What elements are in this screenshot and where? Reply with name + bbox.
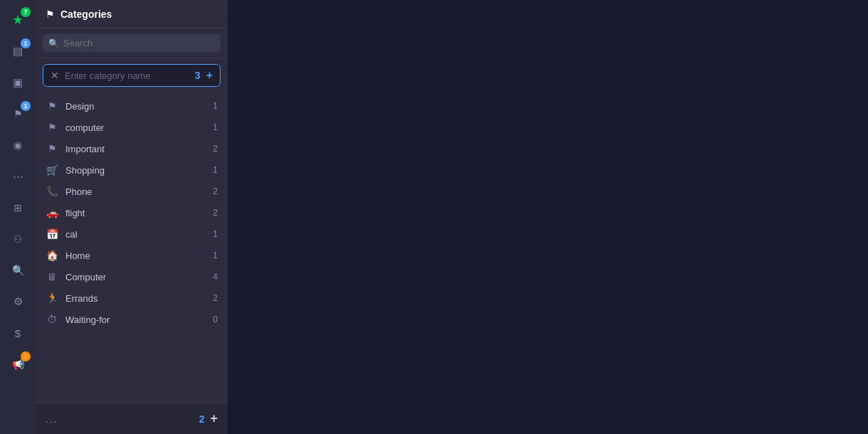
category-name: Shopping: [65, 165, 199, 176]
sidebar-item-flag[interactable]: ⚑ 1: [4, 100, 32, 128]
category-item[interactable]: ⚑ computer 1: [36, 117, 228, 138]
search-icon: 🔍: [12, 265, 24, 276]
category-item[interactable]: ⚑ Important 2: [36, 138, 228, 159]
header-flag-icon: ⚑: [46, 9, 55, 20]
sidebar-item-chat[interactable]: ⋯: [4, 162, 32, 191]
category-name: Computer: [65, 272, 199, 282]
category-count: 2: [206, 186, 218, 196]
category-count: 1: [206, 250, 218, 260]
category-icon: 🚗: [46, 207, 58, 218]
add-count-badge: 3: [195, 70, 201, 81]
flag-badge: 1: [21, 101, 31, 111]
flag-icon: ⚑: [14, 108, 23, 120]
sidebar-item-star[interactable]: ★ 7: [4, 6, 32, 34]
category-icon: 📅: [46, 228, 58, 240]
sidebar-item-briefcase[interactable]: ⊞: [4, 194, 32, 222]
folder-icon: ▣: [13, 76, 23, 89]
panel-header: ⚑ Categories: [36, 0, 228, 28]
category-item[interactable]: 📅 cal 1: [36, 223, 228, 245]
footer-add-button[interactable]: +: [210, 411, 218, 426]
sidebar-item-camera[interactable]: ◉: [4, 131, 32, 159]
sidebar-item-folder[interactable]: ▣: [4, 68, 32, 97]
panel-title: Categories: [60, 9, 112, 20]
category-icon: 📞: [46, 186, 58, 197]
category-count: 0: [206, 314, 218, 324]
category-name: flight: [65, 208, 199, 218]
panel-footer: ... 2 +: [36, 403, 228, 434]
footer-right: 2 +: [199, 411, 218, 426]
briefcase-icon: ⊞: [14, 202, 22, 213]
category-name: Important: [65, 144, 199, 154]
category-item[interactable]: 🏠 Home 1: [36, 245, 228, 266]
add-category-bar: ✕ 3 +: [43, 64, 221, 87]
search-icon-small: 🔍: [48, 38, 59, 48]
footer-count: 2: [199, 413, 205, 425]
inbox-badge: 1: [21, 38, 31, 48]
category-count: 1: [206, 101, 218, 111]
sidebar-item-inbox[interactable]: ▤ 1: [4, 37, 32, 65]
category-item[interactable]: 🖥 Computer 4: [36, 266, 228, 287]
search-bar: 🔍: [36, 28, 228, 58]
sidebar-item-gear[interactable]: ⚙: [4, 287, 32, 316]
category-icon: ⚑: [46, 143, 58, 154]
category-item[interactable]: ⏱ Waiting-for 0: [36, 309, 228, 330]
category-name: computer: [65, 122, 199, 133]
category-name: Home: [65, 250, 199, 261]
footer-dots-button[interactable]: ...: [46, 413, 58, 425]
right-area: [228, 0, 868, 434]
category-icon: 🏠: [46, 250, 58, 261]
add-category-input[interactable]: [65, 70, 189, 81]
dollar-icon: $: [15, 327, 21, 339]
category-item[interactable]: ⚑ Design 1: [36, 95, 228, 117]
category-count: 1: [206, 229, 218, 239]
megaphone-badge: !: [21, 351, 31, 361]
category-count: 4: [206, 272, 218, 282]
category-list: ⚑ Design 1 ⚑ computer 1 ⚑ Important 2 🛒 …: [36, 92, 228, 403]
categories-panel: ⚑ Categories 🔍 ✕ 3 + ⚑ Design 1 ⚑ comput…: [36, 0, 228, 434]
people-icon: ⚇: [14, 233, 23, 245]
sidebar-item-megaphone[interactable]: 📢 !: [4, 350, 32, 379]
category-icon: ⚑: [46, 122, 58, 133]
search-wrapper[interactable]: 🔍: [43, 34, 221, 52]
gear-icon: ⚙: [14, 295, 23, 308]
category-count: 2: [206, 144, 218, 154]
star-badge: 7: [21, 7, 31, 17]
category-name: Errands: [65, 293, 199, 304]
sidebar: ★ 7 ▤ 1 ▣ ⚑ 1 ◉ ⋯ ⊞ ⚇ 🔍 ⚙ $ 📢 !: [0, 0, 36, 434]
category-icon: 🏃: [46, 292, 58, 304]
sidebar-item-search[interactable]: 🔍: [4, 256, 32, 285]
category-item[interactable]: 🏃 Errands 2: [36, 287, 228, 309]
category-count: 1: [206, 122, 218, 132]
chat-icon: ⋯: [13, 170, 23, 183]
camera-icon: ◉: [14, 139, 22, 151]
category-item[interactable]: 🚗 flight 2: [36, 202, 228, 223]
sidebar-item-dollar[interactable]: $: [4, 319, 32, 347]
add-plus-button[interactable]: +: [206, 69, 213, 82]
category-item[interactable]: 🛒 Shopping 1: [36, 159, 228, 181]
category-name: Waiting-for: [65, 314, 199, 325]
category-name: cal: [65, 229, 199, 240]
search-input[interactable]: [63, 38, 215, 48]
category-count: 2: [206, 293, 218, 303]
category-item[interactable]: 📞 Phone 2: [36, 181, 228, 202]
category-name: Phone: [65, 186, 199, 197]
category-icon: 🖥: [46, 271, 58, 282]
category-name: Design: [65, 101, 199, 112]
category-icon: 🛒: [46, 164, 58, 176]
close-button[interactable]: ✕: [51, 70, 59, 80]
category-count: 1: [206, 165, 218, 175]
category-icon: ⚑: [46, 100, 58, 112]
category-icon: ⏱: [46, 314, 58, 325]
sidebar-item-people[interactable]: ⚇: [4, 225, 32, 253]
category-count: 2: [206, 208, 218, 218]
